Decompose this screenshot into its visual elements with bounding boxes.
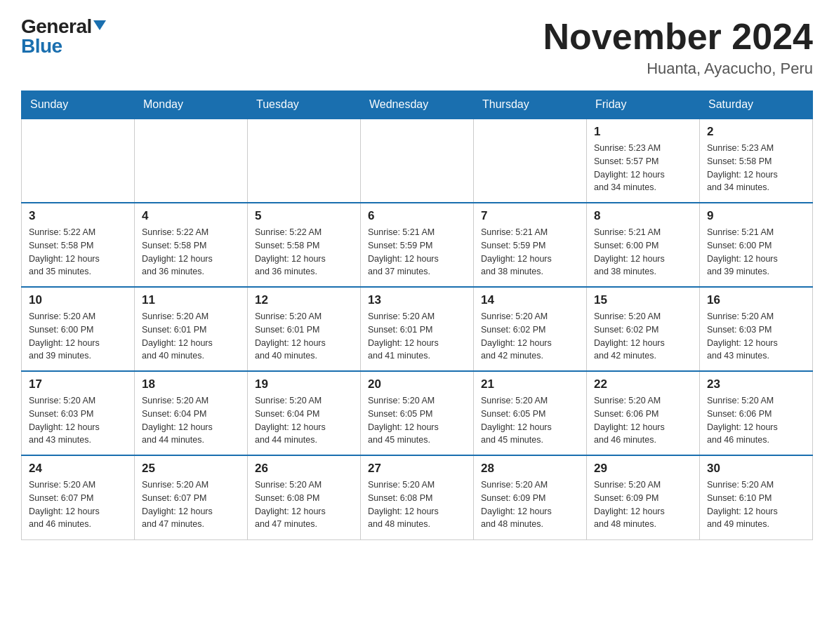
week-row-2: 3Sunrise: 5:22 AMSunset: 5:58 PMDaylight… bbox=[22, 203, 813, 287]
day-header-monday: Monday bbox=[135, 91, 248, 119]
calendar-cell: 20Sunrise: 5:20 AMSunset: 6:05 PMDayligh… bbox=[361, 371, 474, 455]
day-number: 29 bbox=[594, 462, 692, 476]
day-info: Sunrise: 5:20 AMSunset: 6:01 PMDaylight:… bbox=[142, 310, 240, 363]
calendar-cell: 7Sunrise: 5:21 AMSunset: 5:59 PMDaylight… bbox=[474, 203, 587, 287]
day-info: Sunrise: 5:20 AMSunset: 6:10 PMDaylight:… bbox=[707, 478, 805, 531]
calendar-cell: 9Sunrise: 5:21 AMSunset: 6:00 PMDaylight… bbox=[700, 203, 813, 287]
day-number: 3 bbox=[29, 209, 127, 223]
day-info: Sunrise: 5:21 AMSunset: 5:59 PMDaylight:… bbox=[481, 226, 579, 279]
calendar-cell: 30Sunrise: 5:20 AMSunset: 6:10 PMDayligh… bbox=[700, 455, 813, 539]
day-number: 7 bbox=[481, 209, 579, 223]
calendar-cell: 4Sunrise: 5:22 AMSunset: 5:58 PMDaylight… bbox=[135, 203, 248, 287]
day-number: 25 bbox=[142, 462, 240, 476]
day-info: Sunrise: 5:22 AMSunset: 5:58 PMDaylight:… bbox=[29, 226, 127, 279]
calendar-cell: 8Sunrise: 5:21 AMSunset: 6:00 PMDaylight… bbox=[587, 203, 700, 287]
day-info: Sunrise: 5:20 AMSunset: 6:03 PMDaylight:… bbox=[707, 310, 805, 363]
day-info: Sunrise: 5:20 AMSunset: 6:08 PMDaylight:… bbox=[368, 478, 466, 531]
calendar-cell: 18Sunrise: 5:20 AMSunset: 6:04 PMDayligh… bbox=[135, 371, 248, 455]
week-row-1: 1Sunrise: 5:23 AMSunset: 5:57 PMDaylight… bbox=[22, 119, 813, 203]
calendar-cell: 25Sunrise: 5:20 AMSunset: 6:07 PMDayligh… bbox=[135, 455, 248, 539]
day-number: 10 bbox=[29, 293, 127, 307]
day-number: 12 bbox=[255, 293, 353, 307]
calendar-cell bbox=[248, 119, 361, 203]
day-number: 27 bbox=[368, 462, 466, 476]
header-row: SundayMondayTuesdayWednesdayThursdayFrid… bbox=[22, 91, 813, 119]
day-info: Sunrise: 5:20 AMSunset: 6:08 PMDaylight:… bbox=[255, 478, 353, 531]
day-number: 11 bbox=[142, 293, 240, 307]
day-info: Sunrise: 5:20 AMSunset: 6:02 PMDaylight:… bbox=[481, 310, 579, 363]
day-info: Sunrise: 5:20 AMSunset: 6:01 PMDaylight:… bbox=[255, 310, 353, 363]
calendar-cell: 21Sunrise: 5:20 AMSunset: 6:05 PMDayligh… bbox=[474, 371, 587, 455]
calendar-cell: 13Sunrise: 5:20 AMSunset: 6:01 PMDayligh… bbox=[361, 287, 474, 371]
calendar-cell: 12Sunrise: 5:20 AMSunset: 6:01 PMDayligh… bbox=[248, 287, 361, 371]
day-info: Sunrise: 5:20 AMSunset: 6:06 PMDaylight:… bbox=[707, 394, 805, 447]
day-number: 24 bbox=[29, 462, 127, 476]
day-number: 2 bbox=[707, 125, 805, 139]
calendar-cell: 14Sunrise: 5:20 AMSunset: 6:02 PMDayligh… bbox=[474, 287, 587, 371]
day-info: Sunrise: 5:20 AMSunset: 6:06 PMDaylight:… bbox=[594, 394, 692, 447]
week-row-4: 17Sunrise: 5:20 AMSunset: 6:03 PMDayligh… bbox=[22, 371, 813, 455]
title-area: November 2024 Huanta, Ayacucho, Peru bbox=[543, 17, 813, 78]
day-number: 30 bbox=[707, 462, 805, 476]
calendar-cell: 26Sunrise: 5:20 AMSunset: 6:08 PMDayligh… bbox=[248, 455, 361, 539]
day-header-friday: Friday bbox=[587, 91, 700, 119]
calendar-cell: 28Sunrise: 5:20 AMSunset: 6:09 PMDayligh… bbox=[474, 455, 587, 539]
day-header-tuesday: Tuesday bbox=[248, 91, 361, 119]
day-number: 18 bbox=[142, 377, 240, 391]
day-number: 13 bbox=[368, 293, 466, 307]
day-number: 20 bbox=[368, 377, 466, 391]
day-number: 9 bbox=[707, 209, 805, 223]
day-number: 22 bbox=[594, 377, 692, 391]
calendar-cell: 1Sunrise: 5:23 AMSunset: 5:57 PMDaylight… bbox=[587, 119, 700, 203]
day-number: 28 bbox=[481, 462, 579, 476]
day-info: Sunrise: 5:20 AMSunset: 6:02 PMDaylight:… bbox=[594, 310, 692, 363]
calendar-cell: 24Sunrise: 5:20 AMSunset: 6:07 PMDayligh… bbox=[22, 455, 135, 539]
day-info: Sunrise: 5:21 AMSunset: 6:00 PMDaylight:… bbox=[707, 226, 805, 279]
day-info: Sunrise: 5:20 AMSunset: 6:04 PMDaylight:… bbox=[142, 394, 240, 447]
day-header-sunday: Sunday bbox=[22, 91, 135, 119]
day-info: Sunrise: 5:20 AMSunset: 6:00 PMDaylight:… bbox=[29, 310, 127, 363]
day-info: Sunrise: 5:20 AMSunset: 6:09 PMDaylight:… bbox=[594, 478, 692, 531]
calendar-cell bbox=[135, 119, 248, 203]
day-info: Sunrise: 5:20 AMSunset: 6:09 PMDaylight:… bbox=[481, 478, 579, 531]
day-info: Sunrise: 5:20 AMSunset: 6:01 PMDaylight:… bbox=[368, 310, 466, 363]
day-number: 5 bbox=[255, 209, 353, 223]
day-header-wednesday: Wednesday bbox=[361, 91, 474, 119]
day-info: Sunrise: 5:20 AMSunset: 6:07 PMDaylight:… bbox=[29, 478, 127, 531]
calendar-table: SundayMondayTuesdayWednesdayThursdayFrid… bbox=[21, 90, 813, 540]
day-info: Sunrise: 5:23 AMSunset: 5:58 PMDaylight:… bbox=[707, 142, 805, 194]
day-number: 26 bbox=[255, 462, 353, 476]
day-number: 21 bbox=[481, 377, 579, 391]
calendar-cell bbox=[474, 119, 587, 203]
day-number: 23 bbox=[707, 377, 805, 391]
day-info: Sunrise: 5:20 AMSunset: 6:04 PMDaylight:… bbox=[255, 394, 353, 447]
calendar-cell: 27Sunrise: 5:20 AMSunset: 6:08 PMDayligh… bbox=[361, 455, 474, 539]
calendar-cell: 19Sunrise: 5:20 AMSunset: 6:04 PMDayligh… bbox=[248, 371, 361, 455]
day-info: Sunrise: 5:21 AMSunset: 5:59 PMDaylight:… bbox=[368, 226, 466, 279]
calendar-body: 1Sunrise: 5:23 AMSunset: 5:57 PMDaylight… bbox=[22, 119, 813, 539]
logo-triangle-icon bbox=[93, 20, 106, 30]
day-number: 1 bbox=[594, 125, 692, 139]
day-header-thursday: Thursday bbox=[474, 91, 587, 119]
calendar-cell: 15Sunrise: 5:20 AMSunset: 6:02 PMDayligh… bbox=[587, 287, 700, 371]
calendar-cell: 3Sunrise: 5:22 AMSunset: 5:58 PMDaylight… bbox=[22, 203, 135, 287]
week-row-3: 10Sunrise: 5:20 AMSunset: 6:00 PMDayligh… bbox=[22, 287, 813, 371]
day-number: 15 bbox=[594, 293, 692, 307]
day-info: Sunrise: 5:20 AMSunset: 6:05 PMDaylight:… bbox=[481, 394, 579, 447]
calendar-header: SundayMondayTuesdayWednesdayThursdayFrid… bbox=[22, 91, 813, 119]
day-info: Sunrise: 5:20 AMSunset: 6:05 PMDaylight:… bbox=[368, 394, 466, 447]
day-info: Sunrise: 5:21 AMSunset: 6:00 PMDaylight:… bbox=[594, 226, 692, 279]
calendar-cell: 17Sunrise: 5:20 AMSunset: 6:03 PMDayligh… bbox=[22, 371, 135, 455]
day-number: 19 bbox=[255, 377, 353, 391]
logo-blue-text: Blue bbox=[21, 36, 62, 56]
day-number: 8 bbox=[594, 209, 692, 223]
calendar-title: November 2024 bbox=[543, 17, 813, 57]
day-info: Sunrise: 5:20 AMSunset: 6:07 PMDaylight:… bbox=[142, 478, 240, 531]
calendar-cell: 22Sunrise: 5:20 AMSunset: 6:06 PMDayligh… bbox=[587, 371, 700, 455]
logo-general-text: General bbox=[21, 17, 92, 36]
day-number: 16 bbox=[707, 293, 805, 307]
calendar-cell bbox=[361, 119, 474, 203]
day-info: Sunrise: 5:20 AMSunset: 6:03 PMDaylight:… bbox=[29, 394, 127, 447]
logo: General Blue bbox=[21, 17, 106, 56]
day-number: 14 bbox=[481, 293, 579, 307]
